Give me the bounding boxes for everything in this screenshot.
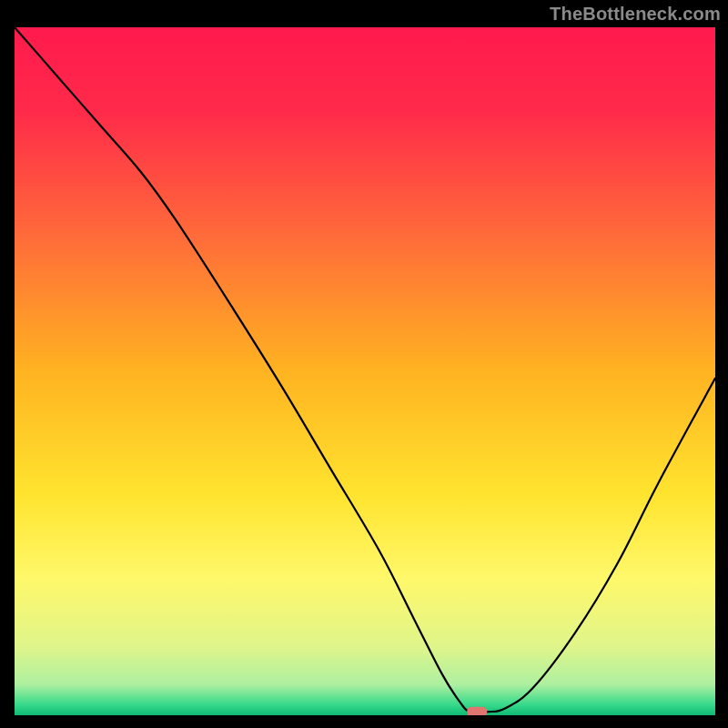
watermark-text: TheBottleneck.com <box>550 4 721 25</box>
gradient-background <box>15 27 715 715</box>
chart-frame: TheBottleneck.com <box>0 0 728 728</box>
optimal-marker <box>467 707 487 715</box>
chart-svg <box>15 27 715 715</box>
plot-area <box>15 27 715 715</box>
